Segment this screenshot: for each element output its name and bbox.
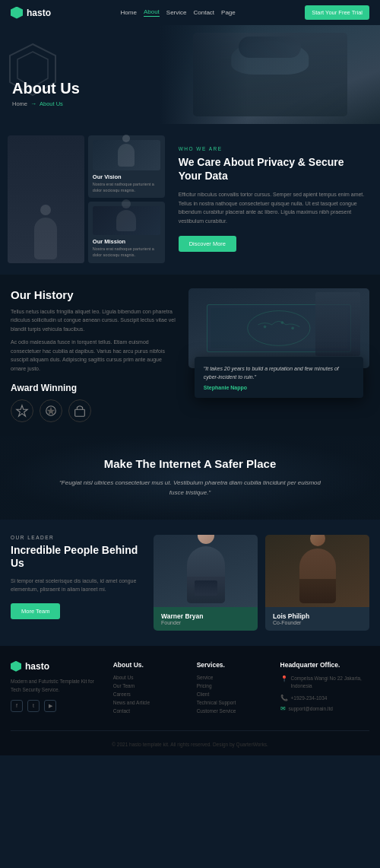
quote-card: "It takes 20 years to build a reputation… <box>195 357 363 398</box>
about-description: Efficitur nibculus convallis tortor curs… <box>179 190 369 225</box>
logo-text: hasto <box>27 8 51 18</box>
mission-title: Our Mission <box>93 238 160 245</box>
location-icon: 📍 <box>280 676 288 682</box>
team-card-2-image <box>265 535 369 607</box>
hq-email-row: ✉ support@domain.ltd <box>280 705 369 712</box>
hero-title: About Us <box>12 80 80 97</box>
footer-logo-hex-icon <box>11 661 21 672</box>
hero-section: About Us Home → About Us <box>0 25 380 124</box>
hero-image <box>160 25 380 124</box>
footer-about-link-1[interactable]: About Us <box>113 675 188 680</box>
nav-service[interactable]: Service <box>166 9 187 16</box>
footer-copyright: © 2021 hasto template kit. All rights re… <box>112 742 268 747</box>
team-title: Incredible People Behind Us <box>11 544 143 571</box>
hq-phone: +1929-234-1034 <box>291 695 328 701</box>
nav-page[interactable]: Page <box>221 9 236 16</box>
footer-hq-col: Headquarter Office. 📍 Compelsa Wangi No … <box>280 661 369 717</box>
mission-card: Our Mission Nostra erat nathoque parturi… <box>88 202 165 262</box>
hq-email: support@domain.ltd <box>289 706 333 711</box>
svg-point-6 <box>248 310 310 345</box>
footer-services-heading: Services. <box>197 661 271 669</box>
team-card-1-info: Warner Bryan Founder <box>154 607 258 631</box>
team-label: OUR LEADER <box>11 535 143 540</box>
award-badge-1 <box>11 399 33 422</box>
vision-title: Our Vision <box>93 173 160 180</box>
footer-hq-heading: Headquarter Office. <box>280 661 369 669</box>
nav-contact[interactable]: Contact <box>193 9 214 16</box>
team-description: Si tempor erat scelerisque dis iaculis, … <box>11 577 143 594</box>
about-section: Our Vision Nostra erat nathoque parturie… <box>0 124 380 275</box>
footer-service-link-4[interactable]: Technical Support <box>197 700 271 705</box>
navbar: hasto Home About Service Contact Page St… <box>0 0 380 25</box>
footer-divider: © 2021 hasto template kit. All rights re… <box>11 730 369 748</box>
history-paragraph1: Tellus netus iaculis fringilla aliquet l… <box>11 307 178 334</box>
history-text: Our History Tellus netus iaculis fringil… <box>11 288 178 422</box>
more-team-button[interactable]: More Team <box>11 603 60 619</box>
team-section: OUR LEADER Incredible People Behind Us S… <box>0 520 380 646</box>
cta-button[interactable]: Start Your Free Trial <box>305 5 369 20</box>
vision-card: Our Vision Nostra erat nathoque parturie… <box>88 135 165 198</box>
team-card-2-info: Lois Philiph Co-Founder <box>265 607 369 631</box>
social-twitter-icon[interactable]: t <box>27 700 40 712</box>
logo[interactable]: hasto <box>11 7 51 19</box>
safer-quote: "Feugiat nisl ultrices consectetuer mus … <box>53 478 327 498</box>
nav-about[interactable]: About <box>144 8 160 17</box>
breadcrumb: Home → About Us <box>12 100 80 107</box>
footer-about-heading: About Us. <box>113 661 188 669</box>
team-text: OUR LEADER Incredible People Behind Us S… <box>11 535 143 619</box>
hq-phone-row: 📞 +1929-234-1034 <box>280 695 369 701</box>
footer-logo: hasto <box>11 661 104 672</box>
footer-about-link-2[interactable]: Our Team <box>113 683 188 688</box>
breadcrumb-arrow: → <box>30 100 36 107</box>
svg-point-9 <box>291 326 294 329</box>
email-icon: ✉ <box>280 705 286 712</box>
mission-text: Nostra erat nathoque parturient a dolor … <box>93 246 160 258</box>
hq-address-row: 📍 Compelsa Wangi No 22 Jakarta, Indonesi… <box>280 675 369 691</box>
footer-brand-desc: Modern and Futuristic Template Kit for T… <box>11 677 104 694</box>
team-member-1-role: Founder <box>161 620 250 625</box>
footer-about-col: About Us. About Us Our Team Careers News… <box>113 661 188 717</box>
social-icons: f t ▶ <box>11 700 104 712</box>
safer-section: Make The Internet A Safer Place "Feugiat… <box>0 436 380 520</box>
team-card-1-image <box>154 535 258 607</box>
social-facebook-icon[interactable]: f <box>11 700 23 712</box>
history-title: Our History <box>11 288 178 301</box>
hq-address: Compelsa Wangi No 22 Jakarta, Indonesia <box>291 675 369 691</box>
team-card-1: Warner Bryan Founder <box>154 535 258 631</box>
footer-about-link-5[interactable]: Contact <box>113 708 188 714</box>
svg-rect-5 <box>75 409 85 416</box>
social-youtube-icon[interactable]: ▶ <box>44 700 56 712</box>
footer-service-link-3[interactable]: Client <box>197 692 271 697</box>
nav-home[interactable]: Home <box>121 9 137 16</box>
footer-about-link-3[interactable]: Careers <box>113 692 188 697</box>
svg-point-7 <box>264 326 267 329</box>
history-visual: "It takes 20 years to build a reputation… <box>188 288 369 422</box>
footer-top: hasto Modern and Futuristic Template Kit… <box>11 661 369 717</box>
history-paragraph2: Ac odio malesuada fusce in torquent tell… <box>11 338 178 373</box>
quote-text: "It takes 20 years to build a reputation… <box>204 364 354 381</box>
breadcrumb-current: About Us <box>40 100 63 107</box>
breadcrumb-home[interactable]: Home <box>12 100 27 107</box>
svg-marker-4 <box>47 406 55 415</box>
nav-links: Home About Service Contact Page <box>121 8 236 17</box>
vision-text: Nostra erat nathoque parturient a dolor … <box>93 182 160 193</box>
footer-service-link-5[interactable]: Customer Service <box>197 708 271 714</box>
award-title: Award Winning <box>11 383 178 393</box>
footer-logo-text: hasto <box>25 661 49 672</box>
about-img-main <box>8 135 84 263</box>
quote-author: Stephanie Nappo <box>204 385 354 390</box>
award-badges <box>11 399 178 422</box>
award-badge-3 <box>68 399 91 422</box>
discover-more-button[interactable]: Discover More <box>179 236 236 252</box>
team-card-2: Lois Philiph Co-Founder <box>265 535 369 631</box>
about-heading: We Care About Privacy & Secure Your Data <box>179 156 369 183</box>
team-member-2-name: Lois Philiph <box>273 612 362 620</box>
footer-about-link-4[interactable]: News and Article <box>113 700 188 705</box>
footer: hasto Modern and Futuristic Template Kit… <box>0 646 380 755</box>
team-cards: Warner Bryan Founder Lois Philiph Co-Fou… <box>154 535 369 631</box>
team-member-1-name: Warner Bryan <box>161 612 250 620</box>
who-we-are-label: WHO WE ARE <box>179 146 369 151</box>
svg-marker-2 <box>17 405 27 415</box>
footer-service-link-1[interactable]: Service <box>197 675 271 680</box>
footer-service-link-2[interactable]: Pricing <box>197 683 271 688</box>
